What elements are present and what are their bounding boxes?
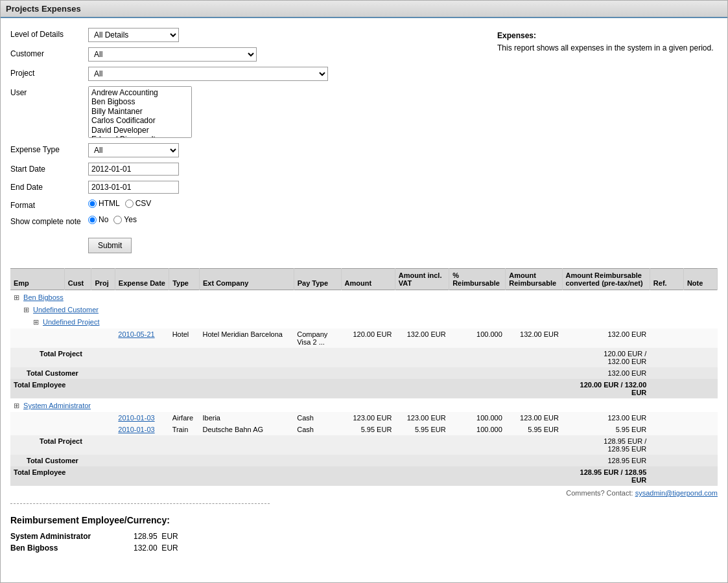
expenses-info-description: This report shows all expenses in the sy… [497, 43, 718, 54]
th-pct-reimbursable: % Reimbursable [449, 269, 506, 290]
app-container: Projects Expenses Level of Details All D… [0, 0, 728, 583]
cell-date-2: 2010-01-03 [115, 412, 169, 424]
reimb-name-sysadmin: System Administrator [10, 532, 114, 541]
th-type: Type [169, 269, 200, 290]
customer-label: Customer [10, 47, 88, 58]
cell-note-1 [683, 328, 717, 348]
reimb-row-ben: Ben Bigboss 132.00 EUR [10, 543, 718, 553]
th-amount-reimbursable: Amount Reimbursable [506, 269, 562, 290]
customer-row-undefined: ⊞ Undefined Customer [10, 304, 718, 316]
total-project-ben-value: 120.00 EUR / 132.00 EUR [562, 348, 650, 367]
th-expense-date: Expense Date [115, 269, 169, 290]
total-project-ben: Total Project 120.00 EUR / 132.00 EUR [10, 348, 718, 367]
reimb-row-sysadmin: System Administrator 128.95 EUR [10, 532, 718, 541]
cell-amtreimb-3: 5.95 EUR [506, 424, 562, 435]
cell-amount-2: 123.00 EUR [341, 412, 395, 424]
th-ref: Ref. [650, 269, 683, 290]
format-csv-option[interactable]: CSV [125, 199, 152, 208]
cell-cust-3 [64, 424, 91, 435]
expand-icon-sysadmin[interactable]: ⊞ [14, 402, 19, 409]
cell-cust-2 [64, 412, 91, 424]
report-table: Emp Cust Proj Expense Date Type Ext Comp… [10, 268, 718, 486]
total-employee-ben-value: 120.00 EUR / 132.00 EUR [562, 379, 650, 398]
show-note-label: Show complete note [10, 215, 88, 226]
total-employee-sysadmin: Total Employee 128.95 EUR / 128.95 EUR [10, 466, 718, 486]
cell-amtconv-1: 132.00 EUR [562, 328, 650, 348]
total-customer-sysadmin: Total Customer 128.95 EUR [10, 455, 718, 466]
cell-proj-2 [91, 412, 115, 424]
th-proj: Proj [91, 269, 115, 290]
th-cust: Cust [64, 269, 91, 290]
start-date-label: Start Date [10, 163, 88, 174]
cell-ext-3: Deutsche Bahn AG [199, 424, 294, 435]
cell-pay-3: Cash [294, 424, 341, 435]
project-select[interactable]: All [88, 67, 328, 81]
dashed-separator [10, 503, 270, 504]
cell-type-3: Train [169, 424, 200, 435]
format-html-radio[interactable] [88, 200, 97, 208]
cell-proj-1 [91, 328, 115, 348]
date-link-3[interactable]: 2010-01-03 [118, 426, 154, 433]
format-html-option[interactable]: HTML [88, 199, 120, 208]
employee-row-ben: ⊞ Ben Bigboss [10, 290, 718, 304]
end-date-input[interactable] [88, 181, 179, 194]
show-note-no-option[interactable]: No [88, 215, 108, 224]
page-title: Projects Expenses [1, 1, 727, 18]
level-of-details-select[interactable]: All Details Summary [88, 28, 179, 42]
show-note-yes-radio[interactable] [113, 216, 122, 224]
customer-select[interactable]: All [88, 47, 257, 62]
cell-type-2: Airfare [169, 412, 200, 424]
expense-row-3: 2010-01-03 Train Deutsche Bahn AG Cash 5… [10, 424, 718, 435]
expense-row-2: 2010-01-03 Airfare Iberia Cash 123.00 EU… [10, 412, 718, 424]
total-project-sysadmin: Total Project 128.95 EUR / 128.95 EUR [10, 435, 718, 455]
expand-icon-undefined-customer[interactable]: ⊞ [23, 306, 29, 314]
project-link-undefined[interactable]: Undefined Project [43, 318, 99, 326]
format-label: Format [10, 199, 88, 210]
th-note: Note [683, 269, 717, 290]
show-note-no-radio[interactable] [88, 216, 97, 224]
th-amount-reimbursable-converted: Amount Reimbursable converted (pre-tax/n… [562, 269, 650, 290]
employee-link-ben[interactable]: Ben Bigboss [23, 293, 64, 301]
submit-button[interactable]: Submit [88, 238, 132, 253]
expenses-info-title: Expenses: [497, 31, 718, 40]
format-csv-radio[interactable] [125, 200, 134, 208]
cell-emp-1 [10, 328, 64, 348]
cell-amtreimb-1: 132.00 EUR [506, 328, 562, 348]
user-listbox[interactable]: Andrew Accounting Ben Bigboss Billy Main… [88, 86, 192, 138]
total-customer-ben: Total Customer 132.00 EUR [10, 367, 718, 379]
employee-link-sysadmin[interactable]: System Administrator [23, 402, 91, 409]
cell-date-1: 2010-05-21 [115, 328, 169, 348]
expense-row-1: 2010-05-21 Hotel Hotel Meridian Barcelon… [10, 328, 718, 348]
employee-row-sysadmin: ⊞ System Administrator [10, 398, 718, 412]
expense-type-select[interactable]: All Hotel Airfare Train [88, 143, 179, 157]
expand-icon-undefined-project[interactable]: ⊞ [33, 318, 39, 326]
th-pay-type: Pay Type [294, 269, 341, 290]
start-date-input[interactable] [88, 163, 179, 176]
total-employee-ben: Total Employee 120.00 EUR / 132.00 EUR [10, 379, 718, 398]
cell-amtvat-2: 123.00 EUR [395, 412, 449, 424]
total-customer-sysadmin-value: 128.95 EUR [562, 455, 650, 466]
reimbursement-title: Reimbursement Employee/Currency: [10, 515, 718, 525]
cell-emp-2 [10, 412, 64, 424]
cell-note-3 [683, 424, 717, 435]
cell-ext-2: Iberia [199, 412, 294, 424]
cell-ref-3 [650, 424, 683, 435]
cell-ext-1: Hotel Meridian Barcelona [199, 328, 294, 348]
expenses-info: Expenses: This report shows all expenses… [497, 31, 718, 54]
level-of-details-label: Level of Details [10, 28, 88, 39]
reimb-amount-ben: 132.00 EUR [134, 543, 178, 553]
date-link-2[interactable]: 2010-01-03 [118, 414, 154, 422]
cell-note-2 [683, 412, 717, 424]
cell-type-1: Hotel [169, 328, 200, 348]
expense-type-label: Expense Type [10, 143, 88, 154]
show-note-yes-option[interactable]: Yes [113, 215, 137, 224]
cell-amount-1: 120.00 EUR [341, 328, 395, 348]
cell-pay-1: Company Visa 2 ... [294, 328, 341, 348]
date-link-1[interactable]: 2010-05-21 [118, 330, 154, 338]
th-ext-company: Ext Company [199, 269, 294, 290]
cell-amtreimb-2: 123.00 EUR [506, 412, 562, 424]
cell-amtvat-1: 132.00 EUR [395, 328, 449, 348]
comments-email[interactable]: sysadmin@tigerpond.com [635, 489, 718, 497]
customer-link-undefined[interactable]: Undefined Customer [33, 306, 99, 314]
expand-icon-ben[interactable]: ⊞ [14, 293, 19, 301]
